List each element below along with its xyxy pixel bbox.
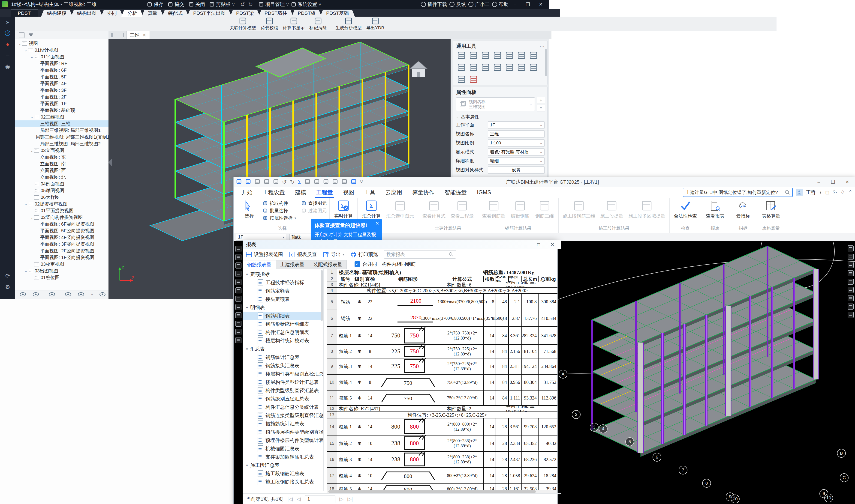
search-icon[interactable] — [785, 190, 790, 195]
tooltip-close-icon[interactable]: ✕ — [375, 220, 379, 226]
copy-icon[interactable] — [469, 51, 478, 60]
tree-expander-icon[interactable]: ⌄ — [23, 48, 28, 52]
pdst-tree-item[interactable]: 平面视图: 基础顶 — [15, 107, 108, 114]
report-tree-item[interactable]: 机械锚固汇总表 — [243, 445, 324, 453]
match-red-icon[interactable] — [469, 75, 478, 84]
filter-icon[interactable] — [29, 33, 33, 37]
isolate-eye-icon[interactable] — [32, 291, 39, 298]
sync-icon[interactable]: ⟳ — [0, 270, 15, 282]
publish-icon[interactable] — [245, 179, 251, 185]
match-blue-icon[interactable] — [457, 75, 466, 84]
ribbon-button[interactable]: 施工段多区域提量 — [627, 199, 667, 224]
canvas-tool-icon[interactable] — [235, 246, 242, 252]
pdst-tree-item[interactable]: 平面视图: 2F — [15, 94, 108, 100]
canvas-tool-icon[interactable] — [235, 263, 242, 269]
canvas-tool-icon[interactable] — [848, 270, 854, 276]
tree-expander-icon[interactable]: ⌄ — [18, 41, 22, 46]
report-tree-item[interactable]: 钢筋形状统计明细表 — [243, 320, 324, 328]
titlebar-action-关闭[interactable]: 关闭 — [188, 1, 205, 7]
array-icon[interactable] — [481, 63, 490, 72]
view-tab-3d[interactable]: 三维 ✕ — [126, 31, 150, 39]
pdst-tree-item[interactable]: 立面视图: 北 — [15, 174, 108, 181]
page-number-input[interactable]: 1 — [305, 495, 335, 503]
ribbon-small-button[interactable]: 过滤图元 — [301, 207, 327, 214]
ribbon-small-button[interactable]: 批量选择 — [263, 207, 296, 214]
pdst-tree-item[interactable]: 平面视图: 1F — [15, 100, 108, 107]
report-tree-item[interactable]: 钢筋统计汇总表 — [243, 353, 324, 361]
gtj-close-button[interactable]: ✕ — [841, 178, 854, 186]
tree-expander-icon[interactable]: ⌄ — [30, 55, 34, 59]
report-tab-装配式报表量[interactable]: 装配式报表量 — [309, 260, 347, 269]
grid-view-icon[interactable] — [314, 179, 320, 185]
pdst-minimize-button[interactable]: – — [508, 0, 521, 8]
chat-icon[interactable]: ◻ — [825, 190, 830, 195]
more-icon[interactable]: ˅ — [360, 179, 363, 185]
pdst-tree-item[interactable]: 立面视图: 西 — [15, 167, 108, 174]
task-list-icon[interactable]: ≣ — [0, 50, 15, 61]
property-field-select[interactable]: 1F⌄ — [488, 121, 544, 129]
pdst-tab-PDST基础[interactable]: PDST基础 — [320, 10, 355, 17]
pdst-tree-item[interactable]: ⌄01平面视图 — [15, 54, 108, 60]
report-tree-item[interactable]: ▾明细表 — [243, 303, 324, 312]
canvas-tool-icon[interactable] — [235, 254, 242, 260]
dialog-close-button[interactable]: ✕ — [546, 240, 559, 248]
property-field-select[interactable]: 着色: 有光照,有材质⌄ — [488, 148, 544, 156]
gtj-tab-工程量[interactable]: 工程量 — [311, 186, 338, 198]
report-toolbar-报表反查[interactable]: 报表反查 — [289, 251, 317, 258]
tree-expander-icon[interactable]: ⌄ — [30, 215, 34, 220]
section-chevron-icon[interactable]: ⌄ — [456, 115, 459, 119]
undo-icon[interactable]: ↺ — [240, 1, 245, 7]
collapse-icon[interactable]: ⌃ — [848, 190, 853, 195]
titlebar-action-插件下载[interactable]: 插件下载 — [421, 1, 447, 7]
pdst-tree-item[interactable]: 05详图视图 — [15, 187, 108, 194]
canvas-tool-icon[interactable] — [235, 296, 242, 302]
tree-expander-icon[interactable]: ▾ — [246, 463, 248, 468]
ribbon-button[interactable]: 钢筋三维 — [534, 199, 556, 224]
canvas-tool-icon[interactable] — [848, 304, 854, 309]
gtj-tab-云应用[interactable]: 云应用 — [380, 186, 407, 198]
pdst-tree-item[interactable]: 04剖面视图 — [15, 181, 108, 187]
canvas-tool-icon[interactable] — [848, 312, 854, 318]
headset-icon[interactable]: ◖ — [819, 190, 822, 195]
canvas-tool-icon[interactable] — [235, 279, 242, 285]
ribbon-button-select[interactable]: 选择 — [238, 199, 260, 224]
canvas-tool-icon[interactable] — [235, 287, 242, 293]
report-tree-item[interactable]: 构件类型级别直径汇总表 — [243, 386, 324, 395]
tree-expander-icon[interactable]: ⌄ — [30, 148, 34, 153]
pdst-tree-item[interactable]: 01桩位图 — [15, 274, 108, 281]
trim-icon[interactable] — [493, 51, 502, 60]
pdst-tree-item[interactable]: 06大样图 — [15, 194, 108, 201]
redo-icon[interactable]: ↻ — [248, 1, 253, 7]
profile-icon[interactable] — [517, 51, 526, 60]
rotate-icon[interactable] — [481, 51, 490, 60]
user-icon[interactable]: ◉ — [0, 61, 15, 72]
ribbon-button[interactable]: 查看计算式 — [421, 199, 447, 224]
report-tree-item[interactable]: 植筋楼层构件类型级别直径汇总表 — [243, 428, 324, 436]
pdst-tree-item[interactable]: ⌄02三维视图 — [15, 114, 108, 121]
ribbon-button[interactable]: 编辑钢筋 — [509, 199, 531, 224]
report-tree-item[interactable]: 构件汇总信息明细表 — [243, 328, 324, 337]
report-tree-item[interactable]: 楼层构件类型统计汇总表 — [243, 378, 324, 386]
titlebar-menu-系统设置[interactable]: 系统设置˅ — [291, 1, 321, 7]
report-toolbar-打印预览[interactable]: 打印预览 — [350, 251, 378, 258]
pdst-tree-item[interactable]: ⌄02提资校审视图 — [15, 201, 108, 208]
ribbon-small-button[interactable]: 按属性选择▾ — [263, 214, 296, 222]
pdst-tree-item[interactable]: 03校审视图 — [15, 261, 108, 268]
pdst-tree-item[interactable]: 立面视图: 南 — [15, 161, 108, 167]
pdst-tree-item[interactable]: 平面视图: 6F竖向提资视图 — [15, 221, 108, 228]
pdst-tab-装配式[interactable]: 装配式 — [162, 10, 189, 17]
ribbon-button[interactable]: 表格算量 — [760, 199, 782, 224]
pdst-tab-PDST平法出图[interactable]: PDST平法出图 — [187, 10, 231, 17]
dialog-minimize-button[interactable]: – — [518, 240, 531, 248]
move-icon[interactable] — [457, 51, 466, 60]
display-settings-eye-icon[interactable] — [99, 291, 106, 298]
property-field-select[interactable]: 1:100⌄ — [488, 139, 544, 147]
canvas-tool-icon[interactable] — [235, 271, 242, 277]
last-page-button[interactable]: ▷| — [348, 496, 353, 502]
titlebar-action-广小二[interactable]: 广小二 — [468, 1, 490, 7]
pdst-tree-item[interactable]: 平面视图: 3F竖向提资视图 — [15, 241, 108, 248]
move-ref-icon[interactable] — [505, 63, 514, 72]
user-name[interactable]: 王哲 — [806, 189, 816, 196]
edit-icon[interactable] — [332, 179, 338, 185]
pdst-toolbar-导出YDB[interactable]: 导出YDB — [364, 17, 386, 31]
